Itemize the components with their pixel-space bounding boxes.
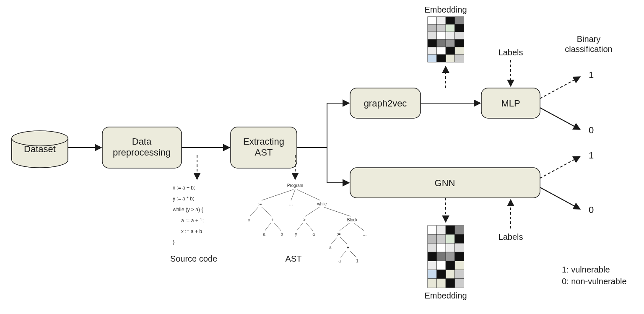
embedding-top-label: Embedding <box>424 5 467 14</box>
svg-line-75 <box>331 237 337 244</box>
svg-line-76 <box>340 237 347 244</box>
arrow-to-g2v <box>327 103 348 148</box>
svg-rect-32 <box>455 54 464 62</box>
mlp-out-1: 1 <box>589 70 594 80</box>
svg-rect-14 <box>437 24 446 32</box>
svg-rect-22 <box>437 39 446 47</box>
code-l3: while (y > a) { <box>172 207 203 213</box>
svg-rect-15 <box>446 24 455 32</box>
svg-rect-50 <box>428 261 437 270</box>
gnn-out-0: 0 <box>589 205 594 215</box>
svg-rect-44 <box>446 243 455 252</box>
ast-dots2: ... <box>363 232 366 236</box>
source-code-title: Source code <box>170 254 217 263</box>
svg-rect-47 <box>437 252 446 261</box>
svg-line-71 <box>297 223 303 231</box>
svg-rect-13 <box>428 24 437 32</box>
source-code-block: x := a + b; y := a * b; while (y > a) { … <box>170 185 217 263</box>
gnn-out-1: 1 <box>589 150 594 161</box>
svg-line-63 <box>291 189 295 200</box>
svg-rect-59 <box>437 279 446 288</box>
ast-assign: := <box>258 202 262 206</box>
svg-rect-60 <box>446 279 455 288</box>
arrow-mlp-1 <box>540 77 579 99</box>
preproc-l1: Data <box>132 136 152 147</box>
svg-rect-46 <box>428 252 437 261</box>
svg-line-66 <box>262 207 272 216</box>
svg-rect-24 <box>455 39 464 47</box>
ast-a4: a <box>338 259 341 263</box>
svg-rect-52 <box>446 261 455 270</box>
legend-0: 0: non-vulnerable <box>562 277 627 286</box>
svg-rect-17 <box>428 32 437 39</box>
dataset-label: Dataset <box>24 144 56 154</box>
svg-rect-9 <box>428 17 437 24</box>
svg-rect-20 <box>455 32 464 39</box>
ast-tree: Program := ... while x + a b > Block y a… <box>248 183 367 263</box>
svg-rect-45 <box>455 243 464 252</box>
ast-while: while <box>317 202 327 206</box>
svg-line-74 <box>354 223 364 231</box>
svg-rect-40 <box>446 234 455 243</box>
svg-rect-35 <box>437 226 446 234</box>
binary-l1: Binary <box>577 34 601 44</box>
svg-rect-41 <box>455 234 464 243</box>
svg-rect-18 <box>437 32 446 39</box>
svg-text:Binaryclassification: Binaryclassification <box>565 34 612 54</box>
labels-bottom: Labels <box>499 232 523 241</box>
svg-rect-56 <box>446 270 455 279</box>
svg-line-72 <box>306 223 313 231</box>
svg-rect-55 <box>437 270 446 279</box>
svg-line-77 <box>340 251 346 257</box>
svg-rect-42 <box>428 243 437 252</box>
svg-line-64 <box>297 189 320 200</box>
mlp-out-0: 0 <box>589 125 594 135</box>
svg-rect-28 <box>455 47 464 54</box>
svg-line-67 <box>265 223 271 231</box>
svg-rect-48 <box>446 252 455 261</box>
pipeline-diagram: Dataset Datapreprocessing ExtractingAST … <box>0 0 644 314</box>
ast-plus: + <box>271 218 274 222</box>
ast-a1: a <box>263 232 265 236</box>
svg-rect-36 <box>446 226 455 234</box>
dataset-cylinder: Dataset <box>12 131 68 168</box>
svg-rect-23 <box>446 39 455 47</box>
code-l6: } <box>173 239 174 245</box>
code-l1: x := a + b; <box>173 185 195 191</box>
ast-a2: a <box>312 232 315 236</box>
embedding-bottom-label: Embedding <box>424 291 467 300</box>
ast-program: Program <box>287 183 303 188</box>
arrow-gnn-0 <box>540 187 579 209</box>
ast-assign2: := <box>337 232 341 236</box>
svg-line-69 <box>305 207 319 216</box>
svg-rect-29 <box>428 54 437 62</box>
svg-line-65 <box>250 207 258 216</box>
svg-rect-10 <box>437 17 446 24</box>
svg-rect-54 <box>428 270 437 279</box>
ast-plus2: + <box>347 245 349 250</box>
svg-line-78 <box>350 251 356 257</box>
svg-rect-31 <box>446 54 455 62</box>
ast-title: AST <box>286 254 302 263</box>
svg-rect-43 <box>437 243 446 252</box>
g2v-label: graph2vec <box>364 98 407 109</box>
svg-rect-38 <box>428 234 437 243</box>
labels-top: Labels <box>499 48 523 57</box>
ast-b: b <box>280 232 283 236</box>
code-l4: a := a + 1; <box>181 218 204 223</box>
code-l5: x := a + b <box>181 228 202 234</box>
extract-l1: Extracting <box>243 136 284 147</box>
ast-y: y <box>295 232 297 236</box>
svg-rect-19 <box>446 32 455 39</box>
svg-rect-58 <box>428 279 437 288</box>
svg-rect-39 <box>437 234 446 243</box>
svg-rect-61 <box>455 279 464 288</box>
svg-rect-53 <box>455 261 464 270</box>
svg-rect-26 <box>437 47 446 54</box>
ast-dots: ... <box>289 202 293 206</box>
svg-rect-30 <box>437 54 446 62</box>
svg-rect-57 <box>455 270 464 279</box>
arrow-mlp-0 <box>540 108 579 129</box>
svg-rect-27 <box>446 47 455 54</box>
svg-rect-51 <box>437 261 446 270</box>
